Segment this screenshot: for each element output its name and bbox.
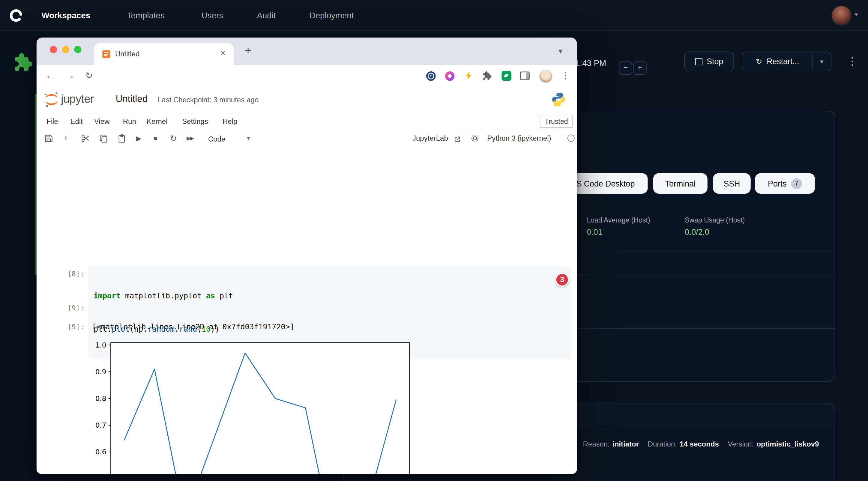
stop-label: Stop <box>707 57 723 66</box>
chevron-down-icon[interactable]: ▾ <box>855 11 858 18</box>
notebook-content: [8]: import matplotlib.pyplot as plt imp… <box>37 147 577 474</box>
cut-cell-icon[interactable] <box>81 134 90 143</box>
zoom-out-button[interactable]: − <box>619 62 632 75</box>
password-manager-extension-icon[interactable] <box>426 71 436 83</box>
ssh-button[interactable]: SSH <box>713 173 751 194</box>
ssh-label: SSH <box>723 179 740 188</box>
notebook-title[interactable]: Untitled <box>116 94 148 105</box>
reason-label: Reason: <box>583 440 610 448</box>
duration-label: Duration: <box>648 440 677 448</box>
side-panel-icon[interactable] <box>520 71 530 83</box>
code-token: plt <box>220 291 233 300</box>
restart-options-button[interactable]: ▾ <box>812 52 832 71</box>
swap-usage-label: Swap Usage (Host) <box>685 217 745 224</box>
bolt-extension-icon[interactable] <box>464 71 473 83</box>
ports-button[interactable]: Ports 7 <box>755 173 815 194</box>
browser-profile-avatar[interactable] <box>539 70 553 83</box>
interrupt-kernel-icon[interactable]: ■ <box>153 134 157 142</box>
menu-help[interactable]: Help <box>222 117 237 126</box>
version-value: optimistic_liskov9 <box>756 440 819 448</box>
save-icon[interactable] <box>44 134 53 143</box>
menu-run[interactable]: Run <box>123 117 136 126</box>
ports-label: Ports <box>768 179 786 188</box>
load-average-label: Load Average (Host) <box>587 217 650 224</box>
menu-edit[interactable]: Edit <box>70 117 83 126</box>
coder-logo[interactable] <box>8 7 24 24</box>
restart-kernel-icon[interactable]: ↻ <box>170 133 177 143</box>
top-nav: Workspaces Templates Users Audit Deploym… <box>0 0 868 31</box>
external-link-icon[interactable] <box>454 135 460 141</box>
close-window-button[interactable] <box>50 46 57 53</box>
matplotlib-figure: 0.20.30.40.50.60.70.80.91.002468 <box>90 336 433 474</box>
paste-cell-icon[interactable] <box>117 134 126 143</box>
extensions-puzzle-icon[interactable] <box>483 71 492 83</box>
menu-view[interactable]: View <box>94 117 110 126</box>
menu-file[interactable]: File <box>46 117 58 126</box>
workspace-menu-button[interactable]: ⋮ <box>847 55 858 67</box>
back-icon[interactable]: ← <box>45 70 55 81</box>
kernel-status-indicator <box>567 134 575 141</box>
terminal-label: Terminal <box>665 179 695 188</box>
code-token: import <box>94 291 125 300</box>
version-label: Version: <box>727 440 754 448</box>
leaf-extension-icon[interactable] <box>501 71 512 83</box>
app-puzzle-icon[interactable] <box>14 53 33 72</box>
open-in-jupyterlab-link[interactable]: JupyterLab <box>412 134 448 142</box>
input-prompt: [8]: <box>53 269 84 278</box>
forward-icon[interactable]: → <box>65 70 75 81</box>
restart-workspace-button[interactable]: ↻ Restart... <box>742 52 812 71</box>
cell-output-text: [<matplotlib.lines.Line2D at 0x7fd03f191… <box>92 322 294 331</box>
terminal-button[interactable]: Terminal <box>653 173 708 194</box>
browser-window: Untitled × + ▾ ← → ↻ 5555--main--test--m… <box>37 38 577 474</box>
nav-item-users[interactable]: Users <box>202 0 223 31</box>
kernel-name[interactable]: Python 3 (ipykernel) <box>487 134 551 142</box>
output-prompt: [9]: <box>53 323 84 331</box>
svg-text:0.9: 0.9 <box>95 368 106 376</box>
browser-menu-icon[interactable]: ⋮ <box>561 70 570 81</box>
jupyter-logo-icon[interactable] <box>43 92 60 110</box>
jupyter-menubar: File Edit View Run Kernel Settings Help … <box>37 114 577 130</box>
code-token: as <box>202 291 220 300</box>
run-cell-icon[interactable]: ▶ <box>136 134 141 142</box>
menu-settings[interactable]: Settings <box>182 117 208 126</box>
notebook-favicon <box>102 50 111 59</box>
copy-cell-icon[interactable] <box>99 134 108 143</box>
nav-item-audit[interactable]: Audit <box>257 0 276 31</box>
user-avatar[interactable] <box>831 5 851 25</box>
reload-icon[interactable]: ↻ <box>85 70 93 81</box>
chevron-down-icon[interactable]: ▾ <box>247 134 250 141</box>
tab-title: Untitled <box>115 50 140 58</box>
load-average-value: 0.01 <box>587 228 602 236</box>
close-tab-icon[interactable]: × <box>220 48 225 58</box>
tab-search-chevron-icon[interactable]: ▾ <box>558 46 562 56</box>
cell-type-dropdown[interactable]: Code <box>208 134 225 144</box>
nav-item-deployment[interactable]: Deployment <box>310 0 354 31</box>
browser-toolbar: ← → ↻ 5555--main--test--matifali.atif.cd… <box>37 65 577 88</box>
chevron-down-icon: ▾ <box>820 58 823 65</box>
nav-item-workspaces[interactable]: Workspaces <box>41 0 90 31</box>
build-info-row: Reason:initiator Duration:14 seconds Ver… <box>583 440 819 448</box>
svg-text:0.6: 0.6 <box>95 448 106 456</box>
menu-kernel[interactable]: Kernel <box>147 117 167 126</box>
nav-item-templates[interactable]: Templates <box>127 0 165 31</box>
input-prompt: [9]: <box>53 304 84 312</box>
duration-value: 14 seconds <box>680 440 719 448</box>
minimize-window-button[interactable] <box>62 46 69 53</box>
browser-tab[interactable]: Untitled × <box>94 43 234 65</box>
zoom-in-button[interactable]: + <box>633 62 646 75</box>
new-tab-button[interactable]: + <box>245 44 252 57</box>
extension-icon[interactable] <box>444 71 455 83</box>
swap-usage-value: 0.0/2.0 <box>685 228 709 236</box>
restart-run-all-icon[interactable]: ▶▶ <box>187 135 193 141</box>
stop-workspace-button[interactable]: Stop <box>684 52 734 71</box>
screen: Reason:initiator Duration:14 seconds Ver… <box>0 0 868 481</box>
svg-text:0.8: 0.8 <box>95 395 106 403</box>
browser-tab-strip: Untitled × + ▾ <box>37 38 577 65</box>
ports-count-badge: 7 <box>791 178 802 189</box>
jupyter-brand[interactable]: jupyter <box>61 92 94 105</box>
gear-icon[interactable] <box>471 134 479 143</box>
trusted-button[interactable]: Trusted <box>540 116 573 128</box>
add-cell-icon[interactable]: + <box>63 133 68 144</box>
reason-value: initiator <box>613 440 639 448</box>
maximize-window-button[interactable] <box>74 46 81 53</box>
